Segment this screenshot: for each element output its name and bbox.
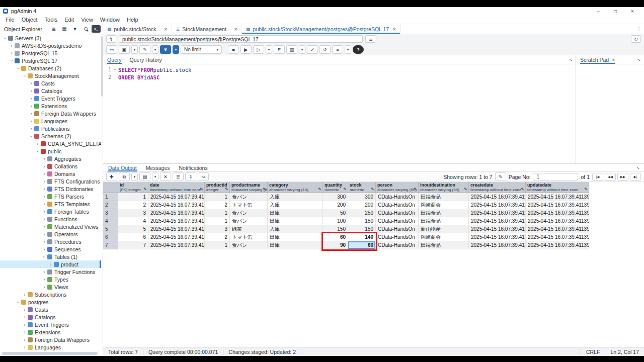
chevron-expanded-icon[interactable]: › <box>29 134 34 139</box>
close-icon[interactable]: × <box>392 26 395 32</box>
cell-createdate[interactable]: 2025-04-15 16:07:39.411396 <box>469 233 526 241</box>
edit-column-icon[interactable]: ✎ <box>414 187 417 192</box>
edit-column-icon[interactable]: ✎ <box>200 187 203 192</box>
tab-query-history[interactable]: Query History <box>130 55 162 64</box>
chevron-collapsed-icon[interactable]: › <box>9 43 14 48</box>
page-number-input[interactable]: 1 <box>533 173 578 180</box>
cell-productid[interactable]: 1 <box>205 209 230 217</box>
chevron-collapsed-icon[interactable]: › <box>29 104 34 109</box>
chevron-collapsed-icon[interactable]: › <box>29 126 34 131</box>
menu-view[interactable]: View <box>77 17 97 23</box>
cell-inoutdestination[interactable]: 田端食品 <box>419 209 469 217</box>
chevron-collapsed-icon[interactable]: › <box>22 345 27 350</box>
tree-item-publications[interactable]: ›Publications <box>0 125 101 132</box>
minimize-button[interactable]: – <box>590 7 607 15</box>
column-header-person[interactable]: personcharacter varying (50)✎ <box>376 182 419 193</box>
cell-date[interactable]: 2025-04-15 16:07:39.411396 <box>148 225 205 233</box>
tree-item-event-triggers[interactable]: ›Event Triggers <box>0 321 101 328</box>
cell-productname[interactable]: 食パン <box>230 193 268 201</box>
edit-column-icon[interactable]: ✎ <box>521 187 524 192</box>
chevron-collapsed-icon[interactable]: › <box>29 88 34 94</box>
psql-console-icon[interactable]: >_ <box>92 25 101 33</box>
column-header-quantity[interactable]: quantitynumeric✎ <box>323 182 348 193</box>
chevron-collapsed-icon[interactable]: › <box>42 164 47 169</box>
scratch-pad-tab[interactable]: Scratch Pad × <box>580 55 615 64</box>
cell-stock[interactable]: 300 <box>348 193 376 201</box>
explain-button[interactable]: E <box>274 45 285 54</box>
cell-productname[interactable]: トマト缶 <box>230 201 268 209</box>
chevron-collapsed-icon[interactable]: › <box>29 81 34 86</box>
graph-visualiser-button[interactable]: ↝ <box>198 172 209 181</box>
tab-messages[interactable]: Messages <box>146 164 170 171</box>
cell-category[interactable]: 入庫 <box>268 201 323 209</box>
tab-1[interactable]: ▦public.stock/Stock...× <box>103 24 172 34</box>
cell-id[interactable]: 2 <box>118 201 148 209</box>
cell-category[interactable]: 出庫 <box>268 217 323 225</box>
chevron-collapsed-icon[interactable]: › <box>29 119 34 124</box>
maximize-button[interactable]: □ <box>607 7 624 15</box>
cell-date[interactable]: 2025-04-15 16:07:39.411396 <box>148 193 205 201</box>
cell-productid[interactable]: 3 <box>205 225 230 233</box>
cell-inoutdestination[interactable]: 新山物産 <box>419 225 469 233</box>
chevron-collapsed-icon[interactable]: › <box>22 315 27 320</box>
cell-category[interactable]: 入庫 <box>268 193 323 201</box>
menu-edit[interactable]: Edit <box>61 17 77 23</box>
chevron-collapsed-icon[interactable]: › <box>42 232 47 237</box>
row-number-cell[interactable]: 3 <box>103 209 118 217</box>
edit-column-icon[interactable]: ✎ <box>225 187 228 192</box>
execute-options-button[interactable]: ▷ <box>253 45 264 54</box>
chevron-expanded-icon[interactable]: › <box>35 149 40 154</box>
cell-person[interactable]: CData-HandsOn <box>376 209 419 217</box>
explain-analyze-button-dropdown[interactable]: ▾ <box>299 45 305 54</box>
column-header-createdate[interactable]: createdatetimestamp without time zone✎ <box>469 182 526 193</box>
more-options-icon[interactable]: ⋮ <box>634 24 644 34</box>
cell-quantity[interactable]: 150 <box>323 225 348 233</box>
execute-options-button-dropdown[interactable]: ▾ <box>266 45 272 54</box>
cell-productid[interactable]: 1 <box>205 217 230 225</box>
download-csv-button[interactable]: ⇩ <box>185 172 196 181</box>
cell-productid[interactable]: 2 <box>205 201 230 209</box>
open-file-button[interactable]: ▭ <box>106 45 117 54</box>
cell-productname[interactable]: 食パン <box>230 217 268 225</box>
cell-category[interactable]: 出庫 <box>268 209 323 217</box>
save-file-button[interactable]: ▣ <box>119 45 130 54</box>
tree-item-views[interactable]: ›Views <box>0 283 101 291</box>
cell-id[interactable]: 7 <box>118 241 148 249</box>
close-icon[interactable]: × <box>234 26 237 32</box>
cell-productname[interactable]: 食パン <box>230 209 268 217</box>
tree-item-tables-1-[interactable]: ›Tables (1) <box>0 253 101 260</box>
row-number-cell[interactable]: 2 <box>103 201 118 209</box>
chevron-collapsed-icon[interactable]: › <box>42 156 47 161</box>
cell-stock[interactable]: 150 <box>348 225 376 233</box>
cell-updatedate[interactable]: 2025-04-15 16:07:39.411396 <box>526 217 589 225</box>
tree-item-foreign-tables[interactable]: ›Foreign Tables <box>0 208 101 215</box>
tab-query[interactable]: Query <box>107 55 122 64</box>
macros-button-dropdown[interactable]: ▾ <box>345 45 351 54</box>
tree-item-fts-parsers[interactable]: ›FTS Parsers <box>0 193 101 200</box>
row-number-cell[interactable]: 7 <box>103 241 118 249</box>
cell-updatedate[interactable]: 2025-04-15 16:07:39.411396 <box>526 233 589 241</box>
chevron-expanded-icon[interactable]: › <box>9 58 14 63</box>
column-header-inoutdestination[interactable]: inoutdestinationcharacter varying (50)✎ <box>419 182 469 193</box>
cell-stock[interactable]: 250 <box>348 209 376 217</box>
tree-item-postgresql-17[interactable]: ›PostgreSQL 17 <box>0 57 101 64</box>
chevron-collapsed-icon[interactable]: › <box>22 337 27 342</box>
column-header-updatedate[interactable]: updatedatetimestamp without time zone✎ <box>526 182 589 193</box>
cell-createdate[interactable]: 2025-04-15 16:07:39.411396 <box>469 217 526 225</box>
menu-object[interactable]: Object <box>18 17 41 23</box>
menu-window[interactable]: Window <box>97 17 123 23</box>
cell-inoutdestination[interactable]: 岡崎商会 <box>419 201 469 209</box>
cell-category[interactable]: 出庫 <box>268 241 323 249</box>
cell-person[interactable]: CData-HandsOn <box>376 217 419 225</box>
tree-item-foreign-data-wrappers[interactable]: ›Foreign Data Wrappers <box>0 336 101 343</box>
cell-productname[interactable]: 緑茶 <box>230 225 268 233</box>
tree-item-cdata-sync-delta-snapsh[interactable]: ›CDATA_SYNC_DELTA_SNAPSH <box>0 140 101 147</box>
row-number-cell[interactable]: 4 <box>103 217 118 225</box>
table-icon[interactable]: ▦ <box>60 25 69 33</box>
paste-button-dropdown[interactable]: ▾ <box>152 172 158 181</box>
tab-notifications[interactable]: Notifications <box>179 164 207 171</box>
edit-column-icon[interactable]: ✎ <box>371 187 374 192</box>
chevron-collapsed-icon[interactable]: › <box>29 111 34 116</box>
cell-id[interactable]: 4 <box>118 217 148 225</box>
cell-id[interactable]: 5 <box>118 225 148 233</box>
